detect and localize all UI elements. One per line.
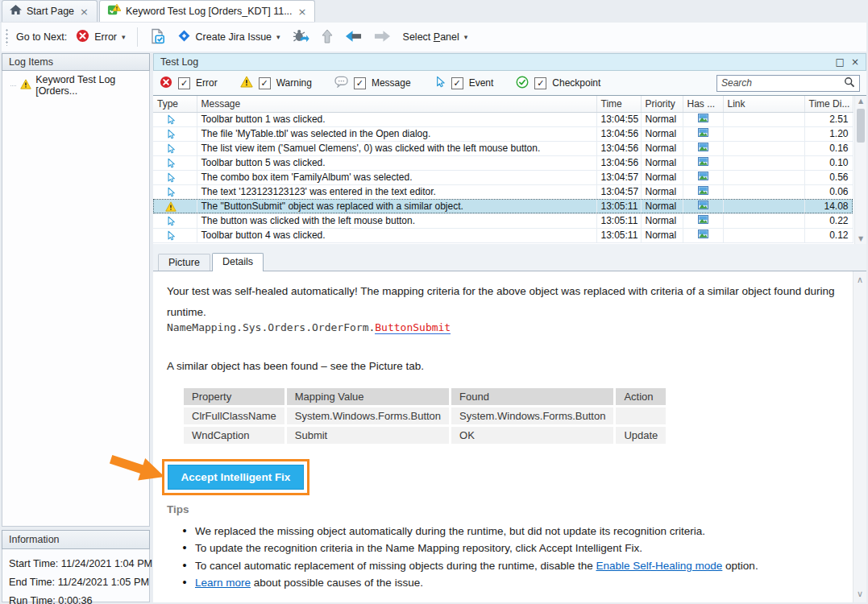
- go-up-button[interactable]: [318, 27, 336, 48]
- filter-message: ✓ Message: [334, 76, 411, 90]
- warning-checkbox[interactable]: ✓: [259, 77, 271, 89]
- column-header-link[interactable]: Link: [723, 96, 804, 112]
- table-row[interactable]: The button was clicked with the left mou…: [153, 213, 853, 228]
- error-label: Error: [94, 31, 117, 43]
- property-row: WndCaption Submit OK Update: [184, 427, 666, 444]
- table-row[interactable]: Toolbar button 1 was clicked.13:04:55Nor…: [153, 112, 853, 126]
- scroll-up-icon[interactable]: ▲: [855, 97, 866, 105]
- bug-forward-icon: [293, 28, 309, 46]
- table-row[interactable]: The list view item ('Samuel Clemens', 0)…: [153, 141, 853, 155]
- tab-details[interactable]: Details: [212, 253, 264, 271]
- log-table: Type Message Time Priority Has ... Link …: [153, 96, 866, 244]
- tree-item-keyword-test-log[interactable]: Keyword Test Log [Orders...: [2, 71, 149, 100]
- scroll-down-icon[interactable]: ▼: [855, 235, 866, 242]
- table-header-row: Type Message Time Priority Has ... Link …: [153, 96, 853, 112]
- column-header-type[interactable]: Type: [153, 96, 197, 112]
- information-panel: Start Time: 11/24/2021 1:04 PM End Time:…: [2, 549, 150, 602]
- mapping-object-link[interactable]: ButtonSubmit: [375, 321, 451, 334]
- column-header-priority[interactable]: Priority: [641, 96, 683, 112]
- log-items-panel-header: Log Items: [2, 53, 150, 71]
- event-checkbox[interactable]: ✓: [451, 77, 463, 89]
- scroll-up-icon[interactable]: ∧: [853, 275, 866, 285]
- table-scrollbar[interactable]: ▲ ▼: [854, 96, 866, 244]
- tree-item-label: Keyword Test Log [Orders...: [35, 74, 147, 97]
- property-table-header: Property Mapping Value Found Action: [184, 388, 666, 405]
- select-panel-button[interactable]: Select Panel ▾: [400, 29, 471, 45]
- table-row[interactable]: Toolbar button 5 was clicked.13:04:56Nor…: [153, 155, 853, 170]
- col-property: Property: [184, 388, 284, 405]
- filter-bar: ✓ Error ✓ Warning ✓ Message: [153, 71, 866, 96]
- tab-keyword-test-log[interactable]: Keyword Test Log [Orders_KDT] 11... ×: [99, 0, 315, 22]
- document-tab-bar: Start Page × Keyword Test Log [Orders_KD…: [0, 0, 315, 23]
- information-title: Information: [9, 534, 60, 545]
- table-row-selected[interactable]: The "ButtonSubmit" object was replaced w…: [153, 199, 853, 213]
- post-checkpoint-button[interactable]: [146, 26, 168, 49]
- property-table: Property Mapping Value Found Action ClrF…: [181, 386, 668, 446]
- tip-item: •Learn more about possible causes of the…: [181, 574, 758, 591]
- jira-icon: [177, 29, 191, 45]
- table-row[interactable]: The combo box item 'FamilyAlbum' was sel…: [153, 170, 853, 184]
- tab-picture[interactable]: Picture: [158, 254, 210, 271]
- picture-icon: [698, 230, 708, 241]
- column-header-has-picture[interactable]: Has ...: [683, 96, 723, 112]
- column-header-message[interactable]: Message: [197, 96, 596, 112]
- error-checkbox[interactable]: ✓: [178, 77, 190, 89]
- property-row: ClrFullClassName System.Windows.Forms.Bu…: [184, 407, 666, 424]
- column-header-time[interactable]: Time: [596, 96, 641, 112]
- close-icon[interactable]: ×: [297, 6, 308, 17]
- event-cursor-icon: [165, 216, 176, 226]
- error-icon: [76, 29, 89, 45]
- picture-icon: [698, 172, 708, 183]
- search-input[interactable]: [721, 77, 844, 89]
- accept-intelligent-fix-button[interactable]: Accept Intelligent Fix: [168, 465, 304, 490]
- checkpoint-checkbox[interactable]: ✓: [534, 77, 546, 89]
- details-scrollbar[interactable]: ∧ ∨: [853, 271, 866, 602]
- test-log-panel-header: Test Log □ ×: [153, 53, 866, 71]
- go-back-button[interactable]: [342, 27, 365, 48]
- tip-item: •To cancel automatic replacement of miss…: [181, 557, 758, 574]
- filter-warning: ✓ Warning: [240, 76, 312, 90]
- log-items-title: Log Items: [9, 56, 53, 68]
- filter-label: Checkpoint: [552, 77, 600, 89]
- scroll-thumb[interactable]: [857, 109, 865, 143]
- search-box: [716, 75, 860, 92]
- picture-icon: [698, 128, 708, 139]
- event-cursor-icon: [434, 76, 446, 90]
- close-icon[interactable]: ×: [851, 56, 859, 68]
- close-icon[interactable]: ×: [79, 6, 89, 17]
- scroll-down-icon[interactable]: ∨: [853, 589, 866, 599]
- warning-icon: [165, 201, 177, 212]
- end-time: End Time: 11/24/2021 1:05 PM: [9, 573, 149, 592]
- toolbar-grip[interactable]: [5, 28, 9, 46]
- tab-start-page[interactable]: Start Page ×: [2, 0, 98, 22]
- jump-to-bug-button[interactable]: [289, 26, 313, 48]
- col-action: Action: [616, 388, 666, 405]
- col-found: Found: [451, 388, 613, 405]
- information-panel-header: Information: [2, 530, 150, 549]
- col-mapping-value: Mapping Value: [287, 388, 449, 405]
- up-arrow-icon: [322, 29, 333, 46]
- column-header-time-diff[interactable]: Time Di...: [804, 96, 853, 112]
- warning-icon: [240, 76, 253, 90]
- message-checkbox[interactable]: ✓: [354, 77, 366, 89]
- search-icon[interactable]: [844, 77, 855, 90]
- table-row[interactable]: The text '123123123123' was entered in t…: [153, 184, 853, 199]
- filter-label: Message: [372, 77, 411, 89]
- annotation-arrow-icon: [110, 450, 168, 486]
- go-forward-button[interactable]: [371, 27, 394, 48]
- home-icon: [10, 5, 22, 18]
- event-cursor-icon: [165, 143, 176, 154]
- table-row[interactable]: The file 'MyTable.tbl' was selected in t…: [153, 126, 853, 141]
- event-cursor-icon: [165, 114, 176, 125]
- enable-self-healing-link[interactable]: Enable Self-Healing mode: [596, 560, 722, 572]
- learn-more-link[interactable]: Learn more: [195, 577, 251, 589]
- event-cursor-icon: [165, 187, 176, 197]
- tips-title: Tips: [167, 503, 189, 515]
- go-to-next-error-button[interactable]: Error ▾: [73, 27, 128, 48]
- chevron-down-icon: ▾: [464, 33, 468, 41]
- create-jira-issue-button[interactable]: Create Jira Issue ▾: [174, 27, 284, 48]
- table-row[interactable]: Toolbar button 4 was clicked.13:05:11Nor…: [153, 228, 853, 242]
- maximize-icon[interactable]: □: [836, 56, 845, 68]
- message-icon: [334, 76, 348, 90]
- create-jira-issue-label: Create Jira Issue: [196, 31, 272, 43]
